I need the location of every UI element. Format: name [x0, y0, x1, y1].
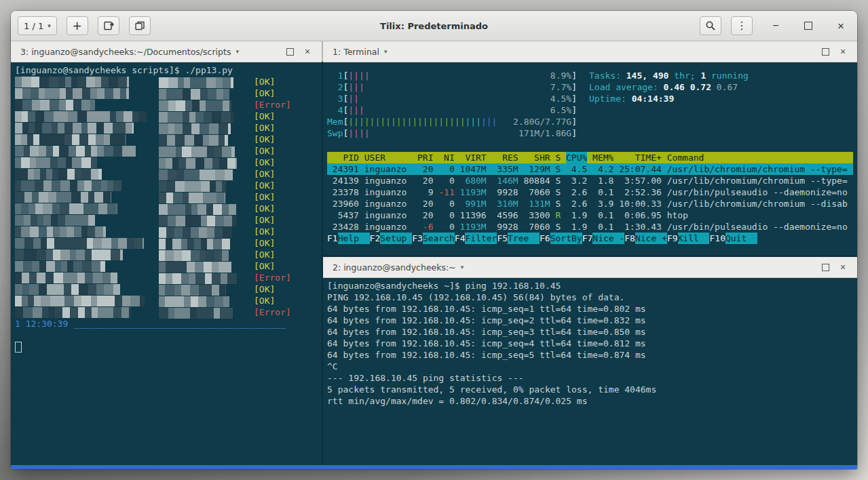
- column-header-command[interactable]: Command: [667, 152, 853, 163]
- cpu-memory-meters: 1[||||8.9%]2[|||7.7%]3[||4.5%]4[|||6.5%]…: [327, 70, 577, 139]
- chevron-down-icon: ▾: [384, 48, 388, 55]
- output-row: [OK]: [15, 168, 318, 180]
- status-ok: [OK]: [254, 76, 275, 87]
- redacted-block: [15, 77, 129, 87]
- fnkey-f10[interactable]: F10Quit: [709, 233, 757, 244]
- column-header-pid[interactable]: PID: [333, 152, 359, 163]
- column-header-time[interactable]: TIME+: [619, 152, 662, 163]
- fnkey-f4[interactable]: F4Filter: [455, 233, 497, 244]
- pane-htop-title-button[interactable]: 1: Terminal ▾: [328, 45, 392, 58]
- redacted-block: [159, 158, 237, 169]
- pane-ping-maximize-button[interactable]: [816, 259, 834, 275]
- status-ok: [OK]: [254, 260, 275, 272]
- right-pane-stack: 1: Terminal ▾ × 1[||||8.9%]2[|||7.7%]3[|…: [323, 41, 857, 465]
- status-ok: [OK]: [254, 203, 275, 214]
- output-row: [OK]: [15, 180, 318, 191]
- output-row: [OK]: [15, 145, 318, 157]
- redacted-block: [15, 307, 131, 318]
- pane-scripts-titlebar: 3: inguanzo@sandycheeks:~/Documentos/scr…: [11, 41, 322, 62]
- pane-close-icon: ×: [840, 262, 846, 273]
- fnkey-f9[interactable]: F9Kill: [667, 233, 710, 244]
- headerbar-right-group: ⋮ − ×: [700, 16, 850, 35]
- column-header-ni[interactable]: NI: [438, 152, 454, 163]
- terminal-panes: 3: inguanzo@sandycheeks:~/Documentos/scr…: [11, 41, 857, 465]
- redacted-block: [159, 285, 226, 296]
- search-icon: [705, 20, 716, 31]
- search-button[interactable]: [700, 16, 721, 35]
- pane-htop: 1: Terminal ▾ × 1[||||8.9%]2[|||7.7%]3[|…: [323, 41, 857, 256]
- duplicate-session-button[interactable]: [129, 16, 151, 35]
- status-ok: [OK]: [254, 122, 275, 134]
- new-session-button[interactable]: +: [67, 16, 88, 35]
- session-accent-bar: [11, 465, 857, 469]
- fnkey-f2[interactable]: F2Setup: [370, 233, 413, 244]
- pane-scripts-title-button[interactable]: 3: inguanzo@sandycheeks:~/Documentos/scr…: [16, 45, 243, 58]
- column-header-res[interactable]: RES: [492, 152, 518, 163]
- redacted-block: [159, 89, 229, 100]
- redacted-block: [15, 226, 106, 237]
- new-terminal-window-icon: [103, 20, 114, 31]
- output-row: [OK]: [15, 111, 318, 122]
- redacted-block: [159, 193, 225, 203]
- pane-ping-close-button[interactable]: ×: [834, 259, 852, 275]
- terminal-line: 5 packets transmitted, 5 received, 0% pa…: [327, 384, 853, 395]
- pane-scripts-maximize-button[interactable]: [281, 43, 299, 60]
- pane-maximize-icon: [286, 48, 294, 56]
- headerbar[interactable]: 1 / 1 ▾ + Tilix: Predeterminado: [11, 11, 857, 41]
- pane-htop-title: 1: Terminal: [333, 47, 379, 57]
- column-header-s[interactable]: S: [555, 152, 561, 163]
- column-header-virt[interactable]: VIRT: [460, 152, 487, 163]
- status-ok: [OK]: [254, 180, 275, 191]
- column-header-shr[interactable]: SHR: [523, 152, 550, 163]
- process-row[interactable]: 23960inguanzo200991M310M131MS2.63.910:00…: [327, 198, 853, 209]
- process-row[interactable]: 23428inguanzo-601193M99287060S1.90.11:30…: [327, 221, 853, 233]
- pane-htop-close-button[interactable]: ×: [834, 43, 852, 60]
- column-header-cpu[interactable]: CPU%: [566, 152, 587, 163]
- fnkey-f3[interactable]: F3Search: [412, 233, 455, 244]
- chevron-down-icon: ▾: [235, 48, 239, 55]
- status-ok: [OK]: [254, 111, 275, 122]
- column-header-pri[interactable]: PRI: [417, 152, 433, 163]
- terminal-3-scripts[interactable]: [inguanzo@sandycheeks scripts]$ ./pp13.p…: [11, 62, 322, 465]
- prompt-line: [inguanzo@sandycheeks ~]$: [327, 407, 853, 418]
- process-row[interactable]: 24391inguanzo2001047M335M129MS4.54.225:0…: [327, 163, 853, 175]
- output-row: [OK]: [15, 157, 318, 168]
- pane-scripts-close-button[interactable]: ×: [299, 43, 316, 60]
- pane-htop-maximize-button[interactable]: [816, 43, 834, 60]
- chevron-down-icon: ▾: [48, 22, 51, 29]
- maximize-button[interactable]: [799, 16, 818, 35]
- pane-ping-title-button[interactable]: 2: inguanzo@sandycheeks:~ ▾: [328, 261, 468, 274]
- process-row[interactable]: 24139inguanzo200680M146M80884S3.21.83:57…: [327, 175, 853, 186]
- terminal-2-ping[interactable]: [inguanzo@sandycheeks ~]$ ping 192.168.1…: [323, 278, 857, 465]
- menu-button[interactable]: ⋮: [731, 16, 753, 35]
- fnkey-f8[interactable]: F8Nice +: [624, 233, 667, 244]
- pane-scripts: 3: inguanzo@sandycheeks:~/Documentos/scr…: [11, 41, 322, 465]
- output-row: [Error]: [15, 306, 318, 318]
- column-header-mem[interactable]: MEM%: [592, 152, 614, 163]
- fnkey-f5[interactable]: F5Tree: [497, 233, 540, 244]
- new-terminal-window-button[interactable]: [98, 16, 119, 35]
- redacted-block: [159, 181, 226, 192]
- process-row[interactable]: 5437inguanzo2001139645963300R1.90.10:06.…: [327, 209, 853, 221]
- minimize-icon: −: [772, 20, 778, 32]
- fnkey-f6[interactable]: F6SortBy: [540, 233, 582, 244]
- output-row: [OK]: [15, 87, 318, 99]
- session-selector-button[interactable]: 1 / 1 ▾: [18, 16, 57, 35]
- pane-htop-titlebar: 1: Terminal ▾ ×: [323, 41, 857, 62]
- column-header-user[interactable]: USER: [364, 152, 412, 163]
- redacted-block: [159, 77, 233, 88]
- minimize-button[interactable]: −: [766, 16, 785, 35]
- output-row: [OK]: [15, 295, 318, 306]
- output-row: [OK]: [15, 237, 318, 249]
- redacted-block: [159, 169, 233, 180]
- redacted-block: [159, 146, 235, 157]
- close-button[interactable]: ×: [831, 16, 850, 35]
- pane-close-icon: ×: [840, 46, 846, 57]
- status-ok: [OK]: [254, 191, 275, 203]
- terminal-1-htop[interactable]: 1[||||8.9%]2[|||7.7%]3[||4.5%]4[|||6.5%]…: [323, 62, 857, 256]
- htop-header-row[interactable]: PIDUSERPRINIVIRTRESSHRSCPU%MEM%TIME+Comm…: [327, 152, 853, 163]
- fnkey-f1[interactable]: F1Help: [327, 233, 370, 244]
- meter: Mem[||||||||||||||||||||||||||||2.80G/7.…: [327, 116, 577, 127]
- fnkey-f7[interactable]: F7Nice -: [582, 233, 625, 244]
- process-row[interactable]: 23378inguanzo9-111193M99287060S2.60.12:5…: [327, 186, 853, 198]
